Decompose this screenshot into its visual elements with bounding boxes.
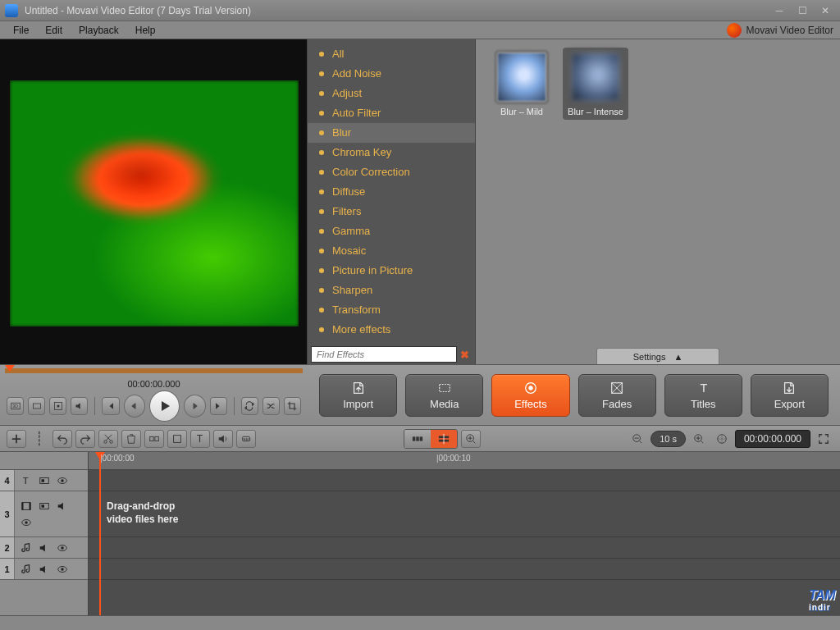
step-forward-button[interactable] — [184, 395, 206, 418]
track-header-icon[interactable] — [19, 541, 34, 555]
svg-point-7 — [528, 386, 532, 390]
effect-category-item[interactable]: Auto Filter — [308, 103, 475, 123]
track-header-icon[interactable] — [55, 563, 70, 576]
goto-end-button[interactable] — [210, 397, 227, 415]
play-button[interactable] — [149, 390, 179, 422]
effect-thumbnail[interactable]: Blur – Intense — [563, 48, 628, 120]
effect-category-item[interactable]: Filters — [308, 202, 475, 221]
settings-expand-button[interactable]: Settings ▲ — [596, 348, 719, 364]
step-back-button[interactable] — [124, 395, 146, 418]
track-header-icon[interactable]: T — [19, 474, 34, 487]
clear-search-icon[interactable]: ✖ — [457, 349, 472, 361]
tab-titles[interactable]: TTitles — [664, 374, 742, 417]
effect-category-item[interactable]: Sharpen — [308, 281, 475, 300]
progress-bar[interactable] — [0, 365, 308, 377]
fullscreen-button[interactable] — [814, 430, 833, 448]
timeline-toolbar: ┊ T REC 10 s 00:00:00.000 — [0, 426, 840, 452]
shuffle-button[interactable] — [262, 397, 280, 415]
undo-button[interactable] — [52, 430, 72, 448]
track-header-icon[interactable] — [37, 500, 52, 513]
transport-controls: 00:00:00.000 3D — [0, 365, 308, 425]
goto-start-button[interactable] — [102, 397, 119, 415]
track-row[interactable]: Drag-and-dropvideo files here — [89, 491, 840, 537]
zoom-level-pill[interactable]: 10 s — [651, 431, 686, 447]
track-header-icon[interactable] — [55, 541, 70, 555]
effect-category-item[interactable]: Mosaic — [308, 241, 475, 261]
effect-category-item[interactable]: Adjust — [308, 84, 475, 103]
effect-category-item[interactable]: Color Correction — [308, 162, 475, 182]
split-button[interactable] — [144, 430, 164, 448]
timeline-view-button[interactable] — [431, 430, 457, 448]
track-row[interactable] — [89, 537, 840, 559]
menu-playback[interactable]: Playback — [71, 23, 127, 38]
zoom-in-button[interactable] — [461, 430, 481, 448]
tab-import[interactable]: Import — [319, 374, 397, 417]
menu-edit[interactable]: Edit — [37, 23, 71, 38]
effect-category-item[interactable]: Chroma Key — [308, 143, 475, 162]
track-header-icon[interactable] — [19, 516, 34, 529]
minimize-button[interactable]: ─ — [769, 3, 789, 18]
crop-button[interactable] — [284, 397, 301, 415]
track-row[interactable] — [89, 559, 840, 580]
track-header[interactable]: 2 — [0, 537, 88, 559]
effect-category-item[interactable]: Picture in Picture — [308, 261, 475, 281]
crop-tool-button[interactable] — [167, 430, 187, 448]
storyboard-view-button[interactable] — [404, 430, 431, 448]
track-header[interactable]: 4T — [0, 470, 88, 491]
preview-viewport[interactable] — [10, 80, 299, 326]
zoom-level-label: 10 s — [660, 434, 677, 444]
svg-rect-20 — [419, 436, 422, 441]
tab-media[interactable]: Media — [405, 374, 483, 417]
effect-category-item[interactable]: More effects — [308, 320, 475, 340]
track-header-icon[interactable] — [19, 500, 34, 513]
track-header[interactable]: 1 — [0, 559, 88, 580]
cut-button[interactable] — [98, 430, 118, 448]
track-row[interactable] — [89, 470, 840, 491]
mute-button[interactable] — [71, 397, 88, 415]
find-effects-input[interactable] — [311, 346, 457, 363]
watermark: TAM indir — [809, 588, 835, 612]
maximize-button[interactable]: ☐ — [792, 3, 812, 18]
close-button[interactable]: ✕ — [815, 3, 835, 18]
track-header-icon[interactable] — [37, 541, 52, 555]
zoom-out-button[interactable] — [628, 430, 647, 448]
snapshot-button[interactable] — [49, 397, 66, 415]
menu-file[interactable]: File — [5, 23, 37, 38]
effect-category-item[interactable]: Add Noise — [308, 64, 475, 84]
audio-button[interactable] — [213, 430, 233, 448]
record-button[interactable]: REC — [236, 430, 256, 448]
redo-button[interactable] — [75, 430, 95, 448]
tab-effects[interactable]: Effects — [491, 374, 569, 417]
fit-button[interactable] — [712, 430, 732, 448]
preview-panel — [0, 39, 308, 364]
effect-category-item[interactable]: Transform — [308, 300, 475, 320]
effect-category-item[interactable]: Gamma — [308, 221, 475, 241]
loop-button[interactable] — [241, 397, 258, 415]
menu-help[interactable]: Help — [127, 23, 164, 38]
track-header-icon[interactable] — [37, 563, 52, 576]
delete-button[interactable] — [121, 430, 141, 448]
add-button[interactable] — [7, 430, 26, 448]
effect-category-item[interactable]: All — [308, 44, 475, 64]
track-header[interactable]: 3 — [0, 491, 88, 537]
tab-fades[interactable]: Fades — [578, 374, 656, 417]
title-button[interactable]: T — [190, 430, 210, 448]
tab-export[interactable]: Export — [751, 374, 829, 417]
track-header-icon[interactable] — [55, 474, 70, 487]
zoom-in-button-2[interactable] — [689, 430, 709, 448]
progress-marker-icon[interactable] — [5, 365, 15, 372]
track-header-icon[interactable] — [55, 500, 70, 513]
timeline-ruler[interactable]: |00:00:00|00:00:10 — [89, 452, 840, 470]
effect-category-item[interactable]: Blur — [308, 123, 475, 143]
effect-category-item[interactable]: Diffuse — [308, 182, 475, 202]
timeline-horizontal-scrollbar[interactable] — [0, 615, 840, 630]
track-header-icon[interactable] — [19, 563, 34, 576]
aspect-button[interactable] — [28, 397, 45, 415]
view-mode-button[interactable]: 3D — [7, 397, 24, 415]
effect-thumbnail[interactable]: Blur – Mild — [489, 52, 555, 116]
track-header-icon[interactable] — [37, 474, 52, 487]
timeline-timecode[interactable]: 00:00:00.000 — [735, 430, 810, 448]
svg-rect-36 — [42, 504, 45, 508]
track-area[interactable]: |00:00:00|00:00:10 Drag-and-dropvideo fi… — [89, 452, 840, 615]
effect-category-label: Add Noise — [332, 66, 381, 81]
